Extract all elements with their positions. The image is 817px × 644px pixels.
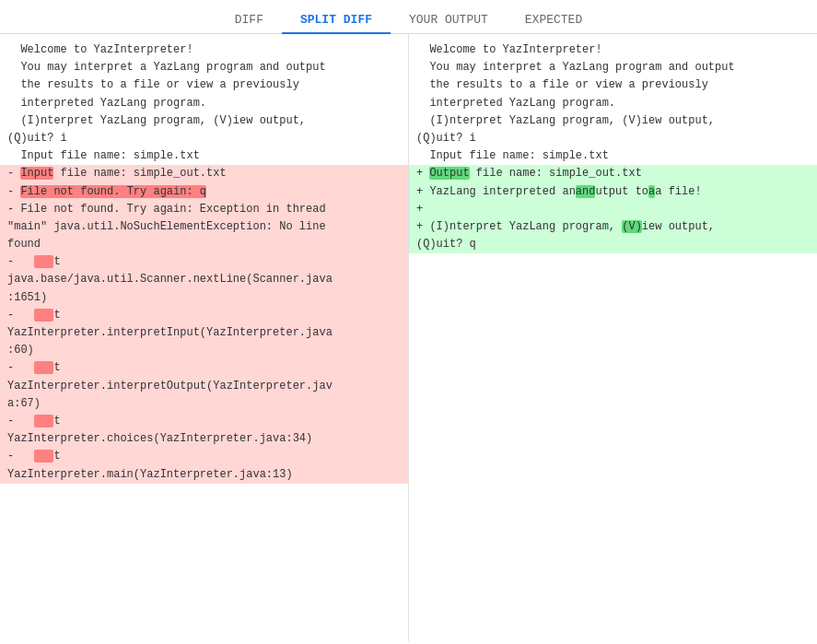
diff-line: - t xyxy=(0,307,408,324)
diff-line: (Q)uit? q xyxy=(409,236,817,253)
diff-line: (I)nterpret YazLang program, (V)iew outp… xyxy=(409,112,817,130)
diff-line: - t xyxy=(0,448,408,465)
diff-line: Input file name: simple.txt xyxy=(409,147,817,165)
diff-line: + xyxy=(409,201,817,218)
diff-line: a:67) xyxy=(0,395,408,413)
diff-line: + (I)nterpret YazLang program, (V)iew ou… xyxy=(409,218,817,236)
diff-line: Welcome to YazInterpreter! xyxy=(409,41,817,59)
diff-line: (Q)uit? i xyxy=(409,130,817,147)
diff-line: :1651) xyxy=(0,289,408,307)
left-diff-panel: Welcome to YazInterpreter! You may inter… xyxy=(0,34,409,641)
diff-line: - t xyxy=(0,413,408,430)
diff-line: - File not found. Try again: q xyxy=(0,183,408,201)
diff-line: You may interpret a YazLang program and … xyxy=(409,59,817,76)
diff-line: (Q)uit? i xyxy=(0,130,408,147)
diff-line: YazInterpreter.main(YazInterpreter.java:… xyxy=(0,466,408,484)
diff-line: Input file name: simple.txt xyxy=(0,147,408,165)
diff-line: - t xyxy=(0,359,408,377)
diff-line: YazInterpreter.choices(YazInterpreter.ja… xyxy=(0,430,408,448)
diff-line: + YazLang interpreted anandutput toaa fi… xyxy=(409,183,817,201)
tab-expected[interactable]: EXPECTED xyxy=(507,7,601,34)
diff-line: YazInterpreter.interpretInput(YazInterpr… xyxy=(0,324,408,342)
diff-line: - File not found. Try again: Exception i… xyxy=(0,201,408,218)
diff-line: interpreted YazLang program. xyxy=(0,95,408,112)
diff-line: + Output file name: simple_out.txt xyxy=(409,165,817,182)
tab-bar: DIFF SPLIT DIFF YOUR OUTPUT EXPECTED xyxy=(0,0,817,34)
diff-line: interpreted YazLang program. xyxy=(409,95,817,112)
split-diff-container: Welcome to YazInterpreter! You may inter… xyxy=(0,34,817,641)
right-diff-panel: Welcome to YazInterpreter! You may inter… xyxy=(409,34,817,641)
diff-line: the results to a file or view a previous… xyxy=(0,76,408,94)
diff-line: "main" java.util.NoSuchElementException:… xyxy=(0,218,408,236)
diff-line: - t xyxy=(0,253,408,271)
diff-line: java.base/java.util.Scanner.nextLine(Sca… xyxy=(0,271,408,288)
diff-line: found xyxy=(0,236,408,253)
diff-line: the results to a file or view a previous… xyxy=(409,76,817,94)
diff-line: :60) xyxy=(0,342,408,359)
diff-line: - Input file name: simple_out.txt xyxy=(0,165,408,182)
diff-line: (I)nterpret YazLang program, (V)iew outp… xyxy=(0,112,408,130)
tab-diff[interactable]: DIFF xyxy=(216,7,282,34)
tab-your-output[interactable]: YOUR OUTPUT xyxy=(391,7,507,34)
diff-line: Welcome to YazInterpreter! xyxy=(0,41,408,59)
tab-split-diff[interactable]: SPLIT DIFF xyxy=(282,7,391,34)
diff-line: You may interpret a YazLang program and … xyxy=(0,59,408,76)
diff-line: YazInterpreter.interpretOutput(YazInterp… xyxy=(0,378,408,395)
